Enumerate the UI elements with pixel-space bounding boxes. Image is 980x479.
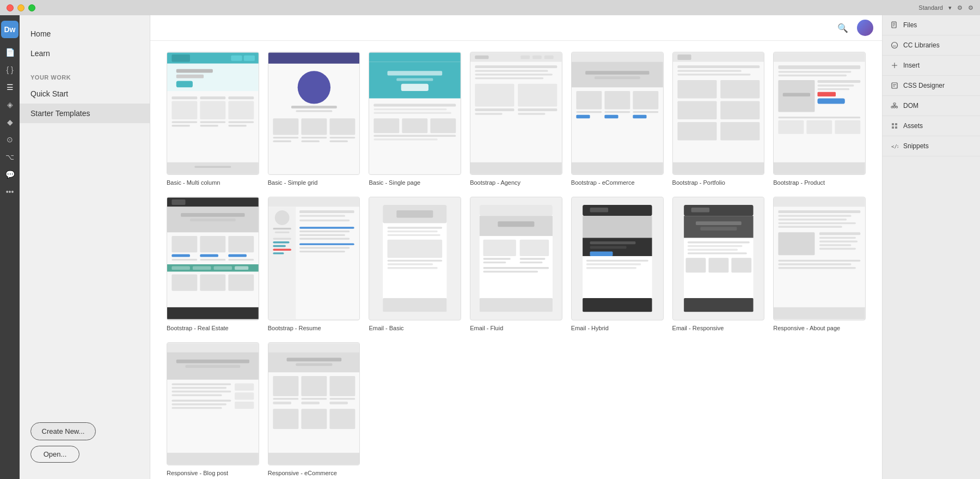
right-panel-item-css-designer[interactable]: CSS Designer	[883, 76, 980, 96]
template-item[interactable]: Email - Basic	[369, 197, 461, 331]
sidebar-item-quick-start[interactable]: Quick Start	[20, 84, 150, 104]
templates-grid: Basic - Multi column	[167, 52, 866, 479]
right-panel-label-assets: Assets	[903, 122, 923, 130]
workspace-dropdown-icon[interactable]: ▾	[948, 4, 952, 11]
search-button[interactable]: 🔍	[835, 20, 850, 35]
sidebar-item-starter-templates[interactable]: Starter Templates	[20, 104, 150, 123]
sidebar-item-home[interactable]: Home	[20, 24, 150, 44]
svg-rect-141	[273, 228, 291, 229]
template-item[interactable]: Bootstrap - Product	[773, 52, 866, 186]
svg-rect-153	[299, 234, 345, 236]
template-name: Bootstrap - eCommerce	[571, 179, 664, 186]
right-panel-item-insert[interactable]: Insert	[883, 56, 980, 76]
rail-icon-assets[interactable]: ◆	[2, 114, 17, 130]
svg-rect-87	[677, 70, 741, 71]
svg-rect-24	[268, 53, 360, 64]
svg-rect-172	[480, 205, 553, 216]
svg-rect-94	[720, 122, 759, 141]
svg-rect-102	[783, 93, 810, 96]
svg-rect-271	[892, 83, 897, 88]
svg-rect-190	[590, 241, 635, 244]
open-button[interactable]: Open...	[30, 446, 79, 463]
rail-icon-files[interactable]: 📄	[2, 45, 17, 60]
sidebar-item-learn[interactable]: Learn	[20, 44, 150, 63]
template-item[interactable]: Bootstrap - Resume	[268, 197, 360, 331]
template-item[interactable]: Bootstrap - Portfolio	[672, 52, 765, 186]
svg-rect-163	[388, 231, 438, 232]
svg-rect-239	[235, 392, 254, 399]
svg-rect-12	[171, 101, 197, 119]
minimize-button[interactable]	[17, 4, 24, 11]
svg-rect-176	[520, 240, 549, 256]
svg-rect-222	[819, 241, 857, 242]
svg-rect-120	[200, 236, 225, 252]
sidebar-section-your-work: YOUR WORK	[20, 68, 150, 84]
template-name: Basic - Simple grid	[268, 179, 360, 186]
svg-rect-142	[274, 232, 289, 233]
settings-icon[interactable]: ⚙	[957, 4, 963, 11]
rail-icon-dom[interactable]: ◈	[2, 97, 17, 112]
svg-rect-19	[200, 125, 218, 126]
svg-rect-129	[171, 266, 190, 270]
svg-rect-144	[273, 241, 289, 243]
rail-icon-chat[interactable]: 💬	[2, 167, 17, 182]
template-item[interactable]: Email - Responsive	[672, 197, 765, 331]
template-name: Email - Basic	[369, 325, 461, 331]
svg-rect-276	[893, 106, 895, 108]
svg-rect-130	[193, 266, 211, 270]
template-item[interactable]: Basic - Multi column	[167, 52, 259, 186]
rail-icon-more[interactable]: •••	[2, 184, 17, 199]
svg-rect-228	[774, 307, 865, 319]
svg-rect-215	[779, 215, 852, 217]
svg-rect-20	[228, 125, 247, 126]
svg-rect-193	[586, 260, 648, 262]
template-item[interactable]: Responsive - eCommerce	[268, 342, 360, 476]
svg-rect-96	[774, 53, 865, 174]
right-panel-item-dom[interactable]: DOM	[883, 96, 980, 116]
template-item[interactable]: Basic - Single page	[369, 52, 461, 186]
template-name: Bootstrap - Resume	[268, 325, 360, 331]
extra-settings-icon[interactable]: ⚙	[968, 4, 973, 11]
user-avatar[interactable]	[857, 20, 873, 36]
template-item[interactable]: Bootstrap - eCommerce	[571, 52, 664, 186]
close-button[interactable]	[7, 4, 14, 11]
svg-rect-146	[273, 249, 291, 251]
svg-rect-134	[200, 275, 225, 291]
svg-rect-205	[687, 245, 742, 247]
svg-rect-4	[244, 56, 255, 61]
svg-rect-112	[774, 162, 865, 174]
svg-rect-147	[273, 253, 284, 254]
right-panel-item-files[interactable]: Files	[883, 15, 980, 35]
svg-rect-11	[228, 96, 254, 99]
template-item[interactable]: Email - Hybrid	[571, 197, 664, 331]
right-panel-label-insert: Insert	[903, 62, 920, 69]
template-item[interactable]: Responsive - About page	[773, 197, 866, 331]
svg-rect-260	[301, 409, 327, 429]
svg-rect-107	[818, 98, 845, 104]
svg-rect-232	[176, 359, 249, 363]
template-item[interactable]: Bootstrap - Real Estate	[167, 197, 259, 331]
rail-icon-home[interactable]: ☰	[2, 80, 17, 95]
rail-icon-browser[interactable]: ⊙	[2, 132, 17, 147]
right-panel-item-cc-libraries[interactable]: cc CC Libraries	[883, 35, 980, 56]
svg-rect-58	[475, 70, 548, 71]
svg-rect-61	[475, 84, 514, 107]
template-item[interactable]: Basic - Simple grid	[268, 52, 360, 186]
svg-rect-29	[301, 118, 327, 135]
traffic-lights	[7, 4, 35, 11]
maximize-button[interactable]	[28, 4, 35, 11]
right-panel-item-snippets[interactable]: </> Snippets	[883, 136, 980, 156]
workspace-mode[interactable]: Standard	[918, 4, 943, 11]
svg-rect-261	[329, 409, 355, 429]
rail-icon-git[interactable]: ⌥	[2, 149, 17, 165]
template-item[interactable]: Responsive - Blog post	[167, 342, 259, 476]
svg-rect-123	[200, 254, 218, 257]
template-item[interactable]: Email - Fluid	[470, 197, 562, 331]
template-item[interactable]: Bootstrap - Agency	[470, 52, 562, 186]
rail-icon-code[interactable]: { }	[2, 62, 17, 77]
right-panel-item-assets[interactable]: Assets	[883, 116, 980, 136]
svg-rect-41	[397, 78, 433, 81]
create-new-button[interactable]: Create New...	[30, 422, 96, 440]
svg-rect-97	[774, 53, 865, 62]
svg-rect-155	[299, 244, 354, 245]
